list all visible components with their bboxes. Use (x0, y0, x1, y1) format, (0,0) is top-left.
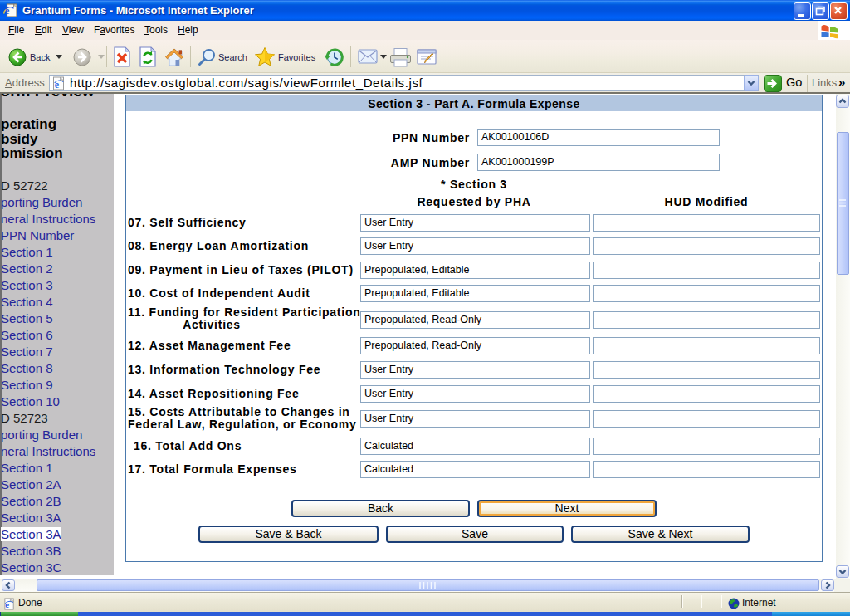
svg-text:e: e (5, 599, 9, 609)
